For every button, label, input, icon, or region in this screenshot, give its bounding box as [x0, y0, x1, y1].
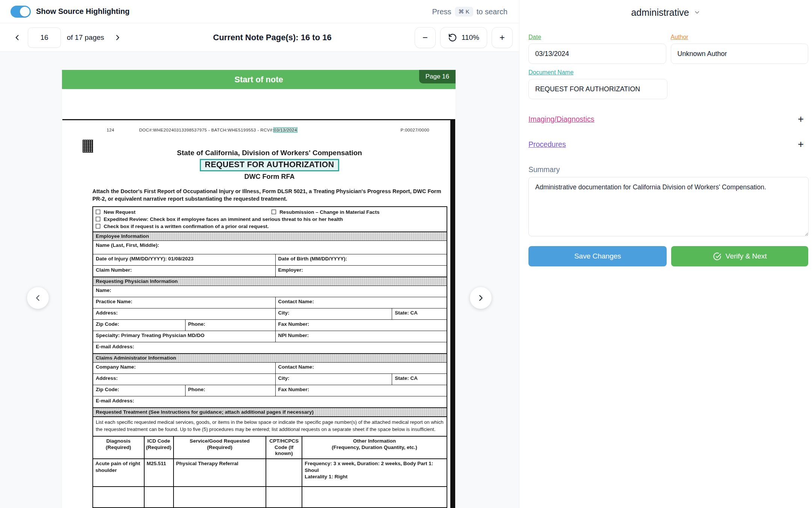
zoom-out-button[interactable]: − — [415, 27, 436, 48]
scanned-page: 124 DOC#:WHE20240313398537975 - BATCH:WH… — [62, 89, 456, 508]
source-highlighting-toggle[interactable] — [11, 6, 31, 18]
physician-information-section-header: Requesting Physician Information — [93, 277, 447, 286]
physician-name-row: Name: — [93, 286, 447, 297]
author-label-link[interactable]: Author — [671, 34, 688, 41]
city-cell: City: — [275, 374, 392, 385]
checkbox-icon — [272, 210, 276, 214]
physician-address-row: Address: City: State: CA — [93, 308, 447, 319]
pager: of 17 pages — [9, 27, 126, 48]
cpt-hcpcs-header: CPT/HCPCS Code (If known) — [266, 437, 302, 459]
checkbox-row-resubmission: Resubmission – Change in Material Facts — [272, 209, 379, 215]
document-canvas[interactable]: Start of note Page 16 124 DOC#:WHE202403… — [0, 52, 519, 508]
zip-cell: Zip Code: — [93, 320, 185, 331]
zoom-controls: − 110% + — [415, 27, 513, 48]
date-label-link[interactable]: Date — [528, 34, 541, 41]
author-input[interactable] — [671, 44, 809, 64]
barcode-2d-icon — [83, 140, 93, 153]
practice-name-cell: Practice Name: — [93, 297, 275, 308]
employer-cell: Employer: — [275, 266, 447, 277]
source-highlighting-label: Show Source Highlighting — [36, 7, 130, 16]
treatment-table-row-1: Acute pain of right shoulder M25.511 Phy… — [93, 458, 447, 486]
document-type-dropdown[interactable]: administrative — [519, 0, 812, 25]
imaging-diagnostics-link[interactable]: Imaging/Diagnostics — [528, 115, 595, 124]
summary-textarea[interactable]: Administrative documentation for Califor… — [528, 177, 809, 236]
previous-document-arrow-button[interactable] — [27, 287, 49, 309]
service-good-header: Service/Good Requested (Required) — [173, 437, 266, 459]
checkbox-icon — [96, 217, 100, 221]
new-request-label: New Request — [104, 209, 136, 215]
start-of-note-banner: Start of note Page 16 — [62, 70, 456, 89]
icd-code-cell: M25.511 — [144, 459, 173, 486]
state-cell: State: CA — [392, 308, 447, 319]
chevron-down-icon — [694, 9, 700, 16]
practice-contact-row: Practice Name: Contact Name: — [93, 297, 447, 308]
search-hint-prefix: Press — [432, 8, 451, 16]
next-page-button[interactable] — [109, 29, 126, 46]
add-imaging-button[interactable]: + — [798, 114, 804, 124]
state-label: State: — [395, 375, 409, 381]
zoom-in-button[interactable]: + — [492, 27, 513, 48]
document-name-input[interactable] — [528, 79, 667, 99]
address-cell: Address: — [93, 308, 275, 319]
document-name-label-link[interactable]: Document Name — [528, 69, 574, 76]
date-input[interactable] — [528, 44, 666, 64]
chevron-right-icon — [477, 294, 485, 302]
annotation-panel: administrative Date Author Document Name… — [519, 0, 812, 508]
zoom-level-label: 110% — [462, 33, 479, 42]
requested-treatment-section-header: Requested Treatment (See Instructions fo… — [93, 407, 447, 416]
top-bar: Show Source Highlighting Press ⌘ K to se… — [0, 0, 519, 23]
search-hint-suffix: to search — [477, 8, 507, 16]
specialty-npi-row: Specialty: Primary Treating Physician MD… — [93, 331, 447, 342]
checkbox-row-expedited: Expedited Review: Check box if employee … — [96, 216, 444, 223]
claims-zip-phone-fax-row: Zip Code: Phone: Fax Number: — [93, 385, 447, 396]
search-shortcut-hint[interactable]: Press ⌘ K to search — [432, 0, 507, 23]
service-good-cell: Physical Therapy Referral — [173, 459, 266, 486]
fax-cell: Fax Number: — [275, 320, 447, 331]
zip-cell: Zip Code: — [93, 385, 185, 396]
company-contact-row: Company Name: Contact Name: — [93, 362, 447, 373]
state-value: CA — [410, 375, 418, 381]
procedures-row: Procedures + — [528, 139, 808, 150]
claim-number-cell: Claim Number: — [93, 266, 275, 277]
procedures-link[interactable]: Procedures — [528, 140, 566, 149]
treatment-instructions-paragraph: List each specific requested medical ser… — [93, 416, 447, 436]
date-of-birth-cell: Date of Birth (MM/DD/YYYY): — [275, 254, 447, 265]
zoom-reset-button[interactable]: 110% — [440, 27, 487, 48]
check-circle-icon — [713, 252, 721, 261]
contact-name-cell: Contact Name: — [275, 363, 447, 373]
document-type-value: administrative — [631, 7, 689, 18]
specialty-label: Specialty: — [96, 333, 120, 338]
form-title-dwc: DWC Form RFA — [92, 173, 447, 181]
save-changes-button[interactable]: Save Changes — [528, 246, 667, 266]
scan-batch-line: 124 DOC#:WHE20240313398537975 - BATCH:WH… — [92, 128, 447, 132]
batch-ids-text: DOC#:WHE20240313398537975 - BATCH:WHE519… — [139, 128, 274, 132]
diagnosis-cell: Acute pain of right shoulder — [93, 459, 144, 486]
written-confirmation-label: Check box if request is a written confir… — [104, 224, 269, 229]
next-document-arrow-button[interactable] — [470, 287, 492, 309]
verify-next-button[interactable]: Verify & Next — [671, 246, 808, 266]
injury-birth-row: Date of Injury (MM/DD/YYYY): 01/08/2023 … — [93, 254, 447, 265]
start-of-note-label: Start of note — [234, 75, 283, 85]
physician-zip-phone-fax-row: Zip Code: Phone: Fax Number: — [93, 319, 447, 331]
attach-instructions-paragraph: Attach the Doctor's First Report of Occu… — [92, 187, 447, 203]
diagnosis-header: Diagnosis (Required) — [93, 437, 144, 459]
fax-cell: Fax Number: — [275, 385, 447, 396]
document-name-field-group: Document Name — [528, 64, 667, 99]
form-title-state: State of California, Division of Workers… — [92, 149, 447, 157]
city-cell: City: — [275, 308, 392, 319]
claims-email-row: E-mail Address: — [93, 396, 447, 407]
action-buttons-row: Save Changes Verify & Next — [528, 246, 808, 266]
verify-next-label: Verify & Next — [726, 252, 767, 260]
current-note-pages-label: Current Note Page(s): 16 to 16 — [213, 33, 331, 42]
date-of-injury-cell: Date of Injury (MM/DD/YYYY): 01/08/2023 — [93, 254, 275, 265]
previous-page-button[interactable] — [9, 29, 26, 46]
icd-code-header: ICD Code (Required) — [144, 437, 173, 459]
state-value: CA — [410, 310, 418, 316]
doi-label: Date of Injury (MM/DD/YYYY): — [96, 256, 167, 262]
contact-name-cell: Contact Name: — [275, 297, 447, 308]
page-number-input[interactable] — [28, 27, 61, 48]
address-cell: Address: — [93, 374, 275, 385]
add-procedure-button[interactable]: + — [798, 139, 804, 150]
imaging-diagnostics-row: Imaging/Diagnostics + — [528, 114, 808, 124]
date-author-row: Date Author — [528, 29, 808, 64]
